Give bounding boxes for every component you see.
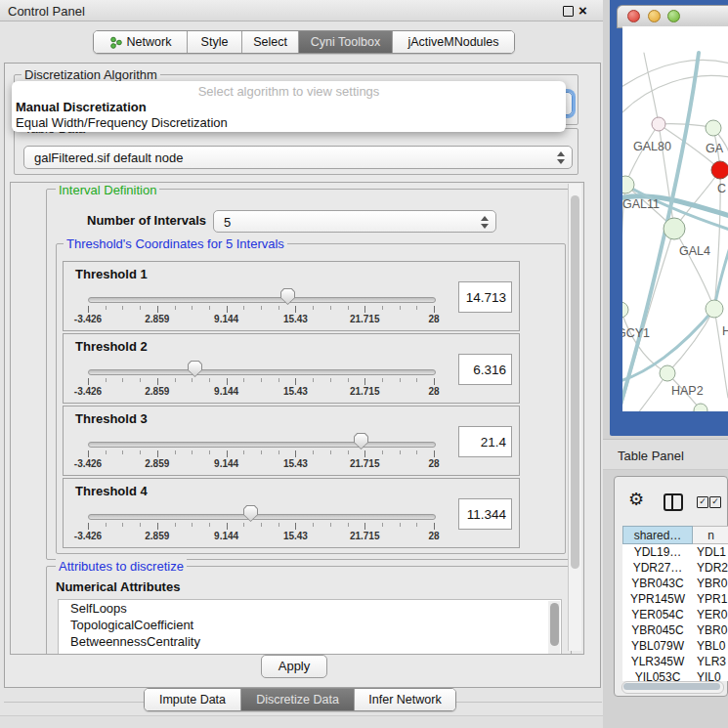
tab-cyni-toolbox[interactable]: Cyni Toolbox — [299, 31, 393, 53]
scrollbar-thumb[interactable] — [571, 195, 579, 569]
algorithm-option-equal-width[interactable]: Equal Width/Frequency Discretization — [16, 115, 228, 130]
table-row[interactable]: YER054CYER0 — [622, 607, 728, 622]
table-row[interactable]: YBR045CYBR0 — [622, 622, 728, 638]
slider-track[interactable] — [88, 442, 436, 448]
threshold-value-input[interactable] — [458, 354, 512, 385]
slider-tick — [192, 523, 193, 527]
slider-tick — [261, 523, 262, 527]
number-of-intervals-label: Number of Intervals — [87, 213, 206, 228]
slider-tick — [295, 450, 296, 457]
threshold-value-input[interactable] — [458, 426, 512, 457]
algorithm-option-manual[interactable]: Manual Discretization — [16, 100, 147, 114]
network-node-label: H — [722, 324, 728, 338]
gear-icon[interactable]: ⚙ — [628, 489, 644, 510]
tab-network[interactable]: Network — [94, 31, 188, 53]
checkbox-icon[interactable]: ✓ — [709, 496, 721, 508]
cyni-mode-tabs: Impute DataDiscretize DataInfer Network — [144, 688, 456, 711]
scrollbar-thumb[interactable] — [550, 603, 559, 646]
tab-jactivemnodules[interactable]: jActiveMNodules — [393, 31, 514, 53]
network-edge[interactable] — [714, 309, 728, 398]
horizontal-scrollbar[interactable] — [621, 681, 724, 694]
threshold-value-input[interactable] — [458, 498, 512, 530]
threshold-value-input[interactable] — [458, 281, 512, 313]
network-node[interactable] — [660, 365, 675, 381]
numerical-attributes-list[interactable]: SelfLoopsTopologicalCoefficientBetweenne… — [58, 599, 562, 655]
network-node[interactable] — [664, 218, 685, 239]
network-edge[interactable] — [674, 229, 714, 309]
table-row[interactable]: YPR145WYPR1 — [622, 591, 728, 607]
slider-tick — [227, 450, 228, 457]
tab-infer-network[interactable]: Infer Network — [355, 689, 455, 710]
network-canvas[interactable]: GAL80GACGAL11GAL4GCY1HHAP2 — [622, 26, 728, 411]
network-edge[interactable] — [625, 124, 659, 185]
network-edge[interactable] — [622, 76, 728, 116]
network-edge[interactable] — [622, 60, 728, 89]
slider-tick — [330, 523, 331, 527]
tab-style[interactable]: Style — [188, 31, 242, 53]
slider-tick — [122, 306, 123, 310]
attribute-list-item[interactable]: SelfLoops — [59, 600, 561, 617]
close-traffic-light[interactable] — [627, 10, 640, 22]
slider-tick-label: -3.426 — [74, 314, 102, 324]
algorithm-dropdown-popup: Select algorithm to view settings Manual… — [12, 81, 566, 132]
table-row[interactable]: YBR043CYBR0 — [622, 576, 728, 591]
table-row[interactable]: YLR345WYLR3 — [622, 654, 728, 669]
threshold-panel-4: Threshold 4-3.4262.8599.14415.4321.71528 — [63, 478, 520, 548]
algorithm-group-label: Discretization Algorithm — [21, 67, 160, 82]
slider-tick — [278, 523, 279, 527]
tab-label: Impute Data — [159, 693, 226, 707]
network-icon — [109, 36, 123, 49]
slider-track[interactable] — [88, 369, 436, 375]
panel-scrollbar[interactable] — [568, 184, 581, 651]
zoom-traffic-light[interactable] — [667, 10, 680, 22]
network-edge[interactable] — [626, 373, 667, 411]
slider-tick-label: 15.43 — [283, 386, 308, 397]
algorithm-prompt-option[interactable]: Select algorithm to view settings — [12, 84, 566, 99]
slider-track[interactable] — [88, 514, 436, 520]
table-row[interactable]: YDL19…YDL1 — [622, 544, 728, 560]
column-header-shared-name[interactable]: shared… — [622, 526, 693, 544]
slider-tick — [364, 450, 365, 457]
columns-icon[interactable] — [664, 493, 683, 511]
slider-tick — [348, 450, 349, 454]
slider-tick-label: -3.426 — [74, 458, 102, 469]
scrollbar-thumb[interactable] — [623, 683, 720, 690]
slider-tick — [175, 523, 176, 527]
list-scrollbar[interactable] — [548, 601, 560, 654]
table-row[interactable]: YIL053CYIL0 — [622, 669, 728, 681]
attribute-list-item[interactable]: TopologicalCoefficient — [59, 617, 561, 633]
slider-tick-label: 2.859 — [145, 314, 169, 324]
number-of-intervals-combobox[interactable]: 5 — [213, 210, 496, 233]
threshold-label: Threshold 4 — [75, 484, 148, 498]
bottom-strip — [0, 715, 606, 728]
float-window-icon[interactable] — [563, 6, 574, 17]
tab-discretize-data[interactable]: Discretize Data — [241, 689, 355, 710]
tab-impute-data[interactable]: Impute Data — [145, 689, 241, 710]
network-node[interactable] — [706, 120, 721, 136]
column-header-name[interactable]: n — [693, 526, 728, 544]
network-node[interactable] — [652, 117, 665, 131]
minimize-traffic-light[interactable] — [648, 10, 661, 22]
network-edge[interactable] — [622, 229, 674, 411]
slider-track[interactable] — [88, 297, 436, 303]
table-row[interactable]: YBL079WYBL0 — [622, 638, 728, 654]
network-node-label: GAL11 — [622, 197, 660, 211]
network-node[interactable] — [706, 300, 723, 318]
apply-button[interactable]: Apply — [261, 655, 327, 678]
attribute-list-item[interactable]: BetweennessCentrality — [59, 633, 561, 650]
slider-tick — [434, 378, 435, 385]
network-edge[interactable] — [622, 53, 699, 411]
cell-name: YDL1 — [693, 544, 728, 560]
network-node-label: GA — [706, 142, 724, 155]
network-node[interactable] — [622, 302, 628, 318]
slider-tick — [157, 306, 158, 313]
slider-tick-label: 9.144 — [214, 386, 238, 397]
table-row[interactable]: YDR27…YDR2 — [622, 560, 728, 576]
table-data-combobox[interactable]: galFiltered.sif default node — [23, 146, 573, 169]
network-node[interactable] — [711, 161, 728, 179]
network-window-titlebar[interactable] — [617, 5, 728, 28]
tab-select[interactable]: Select — [242, 31, 299, 53]
close-icon[interactable]: × — [578, 2, 587, 19]
checkbox-icon[interactable]: ✓ — [697, 496, 708, 508]
network-edge[interactable] — [622, 410, 701, 411]
